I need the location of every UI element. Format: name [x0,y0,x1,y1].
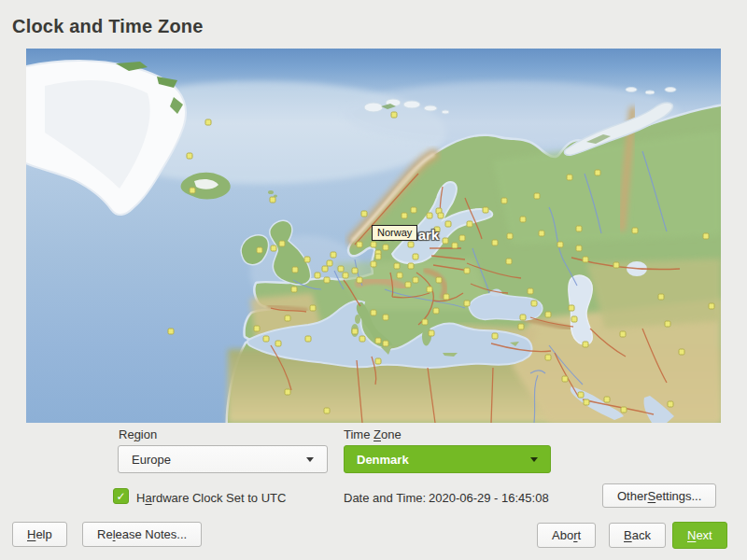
hardware-clock-utc-checkbox[interactable]: ✓ [113,488,129,504]
city-marker[interactable] [492,333,499,340]
timezone-select[interactable]: Denmark [344,445,551,473]
city-marker[interactable] [310,305,317,312]
city-marker[interactable] [357,277,363,284]
city-marker[interactable] [397,273,403,279]
next-button[interactable]: Next [672,522,727,549]
city-marker[interactable] [567,175,573,181]
city-marker[interactable] [534,193,541,200]
city-marker[interactable] [371,242,377,248]
city-marker[interactable] [375,254,382,260]
city-marker[interactable] [438,213,444,219]
city-marker[interactable] [383,315,389,321]
city-marker[interactable] [443,238,449,245]
city-marker[interactable] [539,231,545,237]
city-marker[interactable] [375,358,382,365]
city-marker[interactable] [359,336,366,343]
city-marker[interactable] [371,310,377,316]
city-marker[interactable] [613,262,620,269]
city-marker[interactable] [394,263,401,270]
city-marker[interactable] [583,257,589,263]
city-marker[interactable] [507,233,514,240]
city-marker[interactable] [408,263,415,270]
city-marker[interactable] [528,288,534,295]
city-marker[interactable] [413,277,419,284]
city-marker[interactable] [595,170,601,176]
city-marker[interactable] [361,211,368,217]
city-marker[interactable] [391,112,398,119]
city-marker[interactable] [584,399,590,406]
city-marker[interactable] [520,217,527,223]
city-marker[interactable] [383,341,389,347]
city-marker[interactable] [427,213,433,219]
city-marker[interactable] [569,305,575,312]
city-marker[interactable] [190,188,196,194]
city-marker[interactable] [383,245,389,251]
city-marker[interactable] [331,252,337,259]
city-marker[interactable] [531,301,538,307]
city-marker[interactable] [285,315,291,322]
city-marker[interactable] [658,294,665,301]
city-marker[interactable] [483,207,489,214]
city-marker[interactable] [375,338,382,344]
city-marker[interactable] [270,197,276,203]
city-marker[interactable] [357,242,363,248]
city-marker[interactable] [429,330,435,337]
city-marker[interactable] [665,321,671,328]
city-marker[interactable] [562,376,569,383]
city-marker[interactable] [271,245,277,252]
abort-button[interactable]: Abort [537,523,596,548]
city-marker[interactable] [604,397,611,403]
city-marker[interactable] [583,342,589,348]
city-marker[interactable] [578,392,585,399]
city-marker[interactable] [324,408,331,414]
city-marker[interactable] [422,319,429,326]
city-marker[interactable] [452,243,458,249]
city-marker[interactable] [571,316,578,323]
city-marker[interactable] [275,341,282,347]
city-marker[interactable] [632,228,639,234]
city-marker[interactable] [445,221,452,228]
city-marker[interactable] [292,267,299,273]
city-marker[interactable] [324,277,331,284]
city-marker[interactable] [343,273,349,279]
city-marker[interactable] [467,221,473,228]
city-marker[interactable] [305,336,312,343]
city-marker[interactable] [576,245,583,252]
city-marker[interactable] [254,326,261,332]
city-marker[interactable] [459,235,466,242]
city-marker[interactable] [545,312,552,318]
city-marker[interactable] [279,241,286,247]
release-notes-button[interactable]: Release Notes... [82,522,202,547]
city-marker[interactable] [464,301,471,307]
city-marker[interactable] [402,213,408,219]
city-marker[interactable] [285,389,291,396]
other-settings-button[interactable]: Other Settings... [602,483,716,508]
city-marker[interactable] [545,355,552,361]
city-marker[interactable] [436,277,443,284]
city-marker[interactable] [405,282,412,288]
city-marker[interactable] [557,242,564,248]
city-marker[interactable] [576,226,583,232]
city-marker[interactable] [257,247,263,254]
region-select[interactable]: Europe [118,445,328,473]
city-marker[interactable] [322,266,329,273]
city-marker[interactable] [464,268,471,274]
city-marker[interactable] [501,198,508,204]
city-marker[interactable] [492,240,499,246]
city-marker[interactable] [668,401,674,408]
city-marker[interactable] [413,254,419,260]
city-marker[interactable] [205,119,212,126]
city-marker[interactable] [352,268,359,274]
city-marker[interactable] [304,257,311,263]
timezone-map[interactable]: Denmark Norway [26,49,721,423]
city-marker[interactable] [520,315,527,321]
city-marker[interactable] [444,294,450,301]
city-marker[interactable] [621,407,627,413]
city-marker[interactable] [506,259,513,265]
back-button[interactable]: Back [609,523,666,548]
city-marker[interactable] [315,273,321,279]
city-marker[interactable] [352,329,359,335]
city-marker[interactable] [620,331,627,338]
help-button[interactable]: Help [12,522,67,547]
city-marker[interactable] [263,336,270,343]
